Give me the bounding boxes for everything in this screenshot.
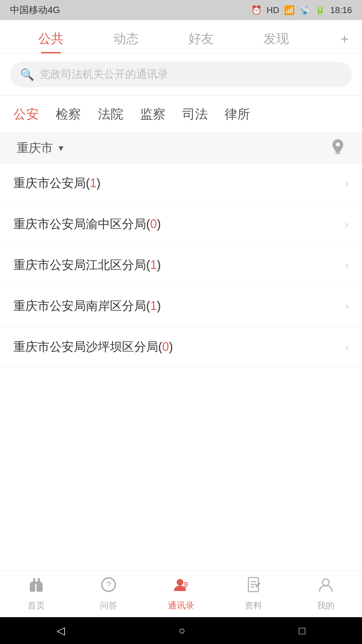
time-text: 18:16 (330, 5, 352, 15)
region-label: 重庆市 (17, 140, 53, 156)
bottom-navigation: 首页 ? 问答 通讯录 (0, 570, 362, 617)
list-item-text: 重庆市公安局渝中区分局(0) (13, 216, 161, 232)
location-icon[interactable] (330, 139, 345, 158)
region-selector[interactable]: 重庆市 ▼ (17, 140, 65, 156)
data-icon (245, 576, 262, 597)
bottom-nav-contacts[interactable]: 通讯录 (145, 576, 217, 611)
search-placeholder: 党政司法机关公开的通讯录 (40, 67, 168, 82)
search-bar[interactable]: 🔍 党政司法机关公开的通讯录 (10, 62, 352, 87)
home-button[interactable]: ○ (179, 625, 185, 637)
tab-dynamic[interactable]: 动态 (88, 30, 164, 53)
alarm-icon: ⏰ (251, 5, 262, 15)
list-item-text: 重庆市公安局沙坪坝区分局(0) (13, 339, 173, 355)
wifi-icon: 📶 (284, 5, 295, 15)
svg-rect-2 (37, 583, 43, 592)
svg-rect-4 (33, 578, 35, 588)
category-police[interactable]: 公安 (13, 106, 39, 123)
list-item[interactable]: 重庆市公安局渝中区分局(0) › (0, 204, 362, 245)
list-container: 重庆市公安局(1) › 重庆市公安局渝中区分局(0) › 重庆市公安局江北区分局… (0, 163, 362, 570)
tab-discover[interactable]: 发现 (239, 30, 314, 53)
list-item-text: 重庆市公安局江北区分局(1) (13, 257, 161, 273)
list-item[interactable]: 重庆市公安局(1) › (0, 163, 362, 204)
contacts-icon (173, 576, 189, 597)
bottom-nav-home-label: 首页 (27, 600, 45, 611)
hd-icon: HD (266, 5, 279, 15)
mine-icon (317, 576, 334, 597)
list-item[interactable]: 重庆市公安局沙坪坝区分局(0) › (0, 327, 362, 368)
tab-friends[interactable]: 好友 (164, 30, 239, 53)
bottom-nav-contacts-label: 通讯录 (168, 600, 194, 611)
category-lawfirm[interactable]: 律所 (225, 106, 250, 123)
android-navigation: ◁ ○ □ (0, 617, 362, 644)
list-item[interactable]: 重庆市公安局江北区分局(1) › (0, 245, 362, 286)
bottom-nav-mine-label: 我的 (317, 600, 335, 611)
bottom-nav-data-label: 资料 (245, 600, 262, 611)
search-icon: 🔍 (20, 68, 34, 81)
bottom-nav-qa-label: 问答 (100, 600, 117, 611)
home-icon (28, 576, 45, 597)
nav-tabs: 公共 动态 好友 发现 (0, 30, 327, 53)
list-item-text: 重庆市公安局(1) (13, 175, 101, 192)
top-navigation: 公共 动态 好友 发现 + (0, 20, 362, 54)
chevron-right-icon: › (345, 218, 349, 230)
category-supervision[interactable]: 监察 (140, 106, 166, 123)
add-tab-button[interactable]: + (327, 31, 362, 53)
list-item-text: 重庆市公安局南岸区分局(1) (13, 298, 161, 314)
chevron-right-icon: › (345, 259, 349, 271)
status-bar: 中国移动4G ⏰ HD 📶 📡 🔋 18:16 (0, 0, 362, 20)
svg-text:?: ? (106, 580, 111, 590)
chevron-right-icon: › (345, 177, 349, 190)
region-bar: 重庆市 ▼ (0, 133, 362, 163)
list-item[interactable]: 重庆市公安局南岸区分局(1) › (0, 286, 362, 327)
svg-point-8 (177, 579, 183, 586)
qa-icon: ? (100, 576, 117, 597)
recent-button[interactable]: □ (299, 625, 305, 637)
battery-icon: 🔋 (315, 5, 325, 15)
bottom-nav-data[interactable]: 资料 (217, 576, 290, 611)
carrier-text: 中国移动4G (10, 4, 60, 16)
chevron-right-icon: › (345, 341, 349, 353)
category-bar: 公安 检察 法院 监察 司法 律所 (0, 96, 362, 133)
svg-point-16 (322, 579, 329, 586)
dropdown-icon: ▼ (57, 144, 65, 153)
category-procuratorate[interactable]: 检察 (56, 106, 81, 123)
bottom-nav-home[interactable]: 首页 (0, 576, 72, 611)
bottom-nav-mine[interactable]: 我的 (290, 576, 362, 611)
status-icons: ⏰ HD 📶 📡 🔋 18:16 (251, 5, 352, 15)
category-court[interactable]: 法院 (98, 106, 123, 123)
back-button[interactable]: ◁ (57, 624, 65, 637)
category-justice[interactable]: 司法 (182, 106, 208, 123)
svg-rect-5 (38, 578, 40, 584)
search-bar-container: 🔍 党政司法机关公开的通讯录 (0, 54, 362, 96)
signal-icon: 📡 (299, 5, 310, 15)
bottom-nav-qa[interactable]: ? 问答 (72, 576, 145, 611)
chevron-right-icon: › (345, 300, 349, 312)
tab-public[interactable]: 公共 (13, 30, 88, 53)
